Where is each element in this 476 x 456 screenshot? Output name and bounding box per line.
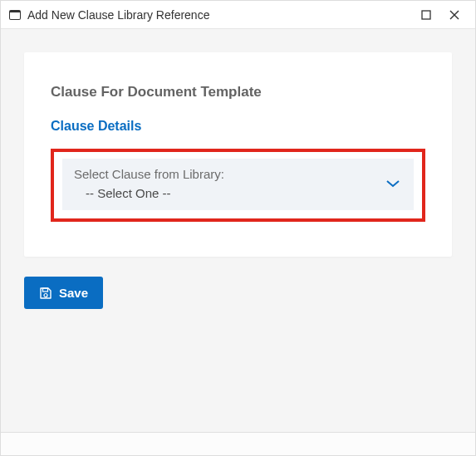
status-bar [1,432,475,455]
titlebar: Add New Clause Library Reference [1,1,475,29]
svg-rect-0 [422,11,430,19]
close-button[interactable] [440,2,469,27]
select-value: -- Select One -- [74,186,402,200]
save-icon [39,287,52,300]
window-controls [412,2,469,27]
svg-point-4 [44,293,47,297]
save-button[interactable]: Save [24,277,103,309]
section-title: Clause Details [51,119,425,134]
select-label: Select Clause from Library: [74,167,402,181]
maximize-button[interactable] [412,2,440,27]
maximize-icon [421,10,431,20]
form-card: Clause For Document Template Clause Deta… [24,52,452,257]
content-area: Clause For Document Template Clause Deta… [1,29,475,432]
close-icon [449,10,459,20]
dialog-window: Add New Clause Library Reference Clause … [0,0,476,456]
chevron-down-icon [385,178,400,191]
clause-select[interactable]: Select Clause from Library: -- Select On… [62,159,414,210]
card-heading: Clause For Document Template [51,84,425,101]
window-icon [9,10,21,20]
save-button-label: Save [59,286,88,300]
highlight-box: Select Clause from Library: -- Select On… [51,149,425,222]
window-title: Add New Clause Library Reference [27,8,412,22]
